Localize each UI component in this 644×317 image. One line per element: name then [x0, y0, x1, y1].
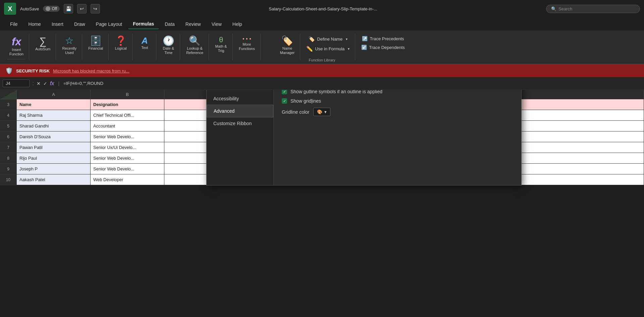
financial-icon: 🗄️	[90, 36, 102, 46]
text-label: Text	[141, 46, 148, 50]
autosum-button[interactable]: ∑ AutoSum	[33, 35, 52, 53]
ribbon-group-define: 🏷️ Define Name ▾ ✏️ Use in Formula ▾	[301, 34, 355, 60]
recently-used-icon: ☆	[65, 36, 73, 46]
formula-input[interactable]: =IF(H4=0,"",ROUND	[63, 81, 641, 86]
use-in-formula-button[interactable]: ✏️ Use in Formula ▾	[304, 45, 352, 53]
menu-review[interactable]: Review	[181, 19, 206, 29]
more-icon: • • •	[243, 36, 251, 42]
autosum-label: AutoSum	[35, 47, 50, 51]
lookup-button[interactable]: 🔍 Lookup & Reference	[184, 35, 205, 56]
menu-insert[interactable]: Insert	[47, 19, 68, 29]
menu-data[interactable]: Data	[160, 19, 179, 29]
nav-customize-ribbon[interactable]: Customize Ribbon	[207, 117, 273, 129]
formula-fx-icon[interactable]: fx	[50, 81, 54, 87]
menu-bar: File Home Insert Draw Page Layout Formul…	[0, 17, 644, 31]
ribbon: fx Insert Function ∑ AutoSum ☆ Recently …	[0, 31, 644, 64]
option-row-outline: ✓ Show outline symbols if an outline is …	[282, 90, 513, 94]
menu-file[interactable]: File	[5, 19, 22, 29]
logical-button[interactable]: ❓ Logical	[113, 35, 129, 52]
menu-help[interactable]: Help	[228, 19, 247, 29]
search-box[interactable]: 🔍 Search	[546, 5, 640, 13]
autosave-toggle[interactable]: Off	[43, 6, 60, 12]
more-functions-button[interactable]: • • • More Functions	[237, 35, 257, 52]
define-name-button[interactable]: 🏷️ Define Name ▾	[306, 35, 350, 43]
excel-logo: X	[4, 3, 16, 15]
ribbon-group-logical: ❓ Logical	[109, 34, 132, 60]
nav-accessibility[interactable]: Accessibility	[207, 93, 273, 105]
gridline-color-row: Gridline color 🎨 ▾	[282, 108, 513, 116]
excel-options-overlay: Excel Options General Formulas Data Proo…	[0, 90, 644, 317]
menu-formulas[interactable]: Formulas	[128, 19, 159, 29]
ribbon-group-name-manager: 🏷️ Name Manager	[275, 34, 300, 60]
formula-separator: :	[32, 80, 34, 87]
nav-advanced[interactable]: Advanced	[207, 105, 273, 117]
color-swatch-icon: 🎨	[317, 109, 322, 114]
ribbon-group-financial: 🗄️ Financial	[83, 34, 109, 60]
ribbon-group-label	[7, 59, 25, 60]
trace-precedents-button[interactable]: ↗️ Trace Precedents	[360, 35, 406, 42]
color-chevron-icon: ▾	[324, 109, 327, 114]
use-in-formula-chevron: ▾	[348, 47, 350, 51]
ribbon-group-text: A Text	[133, 34, 156, 60]
recently-used-button[interactable]: ☆ Recently Used	[60, 35, 78, 56]
undo-button[interactable]: ↩	[77, 4, 87, 13]
security-bar: 🛡️ SECURITY RISK Microsoft has blocked m…	[0, 64, 644, 77]
option-label-gridlines: Show gridlines	[290, 98, 321, 104]
lookup-icon: 🔍	[189, 36, 201, 46]
gridline-color-button[interactable]: 🎨 ▾	[313, 108, 330, 116]
function-library-label: Function Library	[309, 57, 335, 62]
panel-content: Display options for this worksheet: ▣ Da…	[274, 90, 521, 185]
search-icon: 🔍	[551, 6, 556, 11]
checkbox-outline[interactable]: ✓	[282, 90, 287, 94]
ribbon-group-recently-used: ☆ Recently Used	[57, 34, 82, 60]
ribbon-group-autosum: ∑ AutoSum	[30, 34, 56, 60]
redo-button[interactable]: ↪	[91, 4, 100, 13]
ribbon-group-trace: ↗️ Trace Precedents ↙️ Trace Dependents	[356, 34, 410, 60]
menu-home[interactable]: Home	[24, 19, 46, 29]
autosum-icon: ∑	[39, 36, 46, 46]
financial-button[interactable]: 🗄️ Financial	[86, 35, 105, 52]
math-button[interactable]: θ Math & Trig	[213, 35, 229, 54]
trace-dependents-button[interactable]: ↙️ Trace Dependents	[359, 44, 407, 51]
trace-precedents-icon: ↗️	[362, 36, 368, 41]
trace-dependents-icon: ↙️	[361, 45, 367, 50]
recently-used-label: Recently Used	[62, 46, 76, 55]
option-label-outline: Show outline symbols if an outline is ap…	[290, 90, 382, 94]
gridline-color-label: Gridline color	[282, 109, 309, 115]
menu-view[interactable]: View	[207, 19, 226, 29]
define-name-icon: 🏷️	[308, 36, 315, 42]
logical-icon: ❓	[115, 36, 127, 46]
checkbox-gridlines[interactable]: ✓	[282, 98, 287, 104]
math-label: Math & Trig	[215, 44, 227, 53]
excel-options-panel: Excel Options General Formulas Data Proo…	[206, 90, 522, 186]
date-icon: 🕐	[163, 36, 174, 46]
insert-function-button[interactable]: fx Insert Function	[7, 35, 25, 58]
ribbon-group-date: 🕐 Date & Time	[157, 34, 180, 60]
menu-page-layout[interactable]: Page Layout	[91, 19, 127, 29]
panel-body: General Formulas Data Proofing Save Lang…	[207, 90, 521, 185]
panel-nav: General Formulas Data Proofing Save Lang…	[207, 90, 274, 185]
financial-label: Financial	[88, 46, 103, 51]
text-button[interactable]: A Text	[137, 35, 153, 51]
ribbon-group-more: • • • More Functions	[233, 34, 261, 60]
date-button[interactable]: 🕐 Date & Time	[160, 35, 176, 56]
autosave-label: AutoSave	[20, 6, 39, 11]
name-manager-icon: 🏷️	[281, 36, 293, 46]
menu-draw[interactable]: Draw	[69, 19, 90, 29]
text-icon: A	[142, 36, 148, 45]
formula-cross-icon[interactable]: ✕	[37, 81, 41, 86]
security-message[interactable]: Microsoft has blocked macros from ru...	[53, 68, 129, 73]
spreadsheet: A B 3 Name Designation 4 Raj Sharma Chie…	[0, 90, 644, 317]
title-bar: X AutoSave Off 💾 ↩ ↪ Salary-Calculation-…	[0, 0, 644, 17]
option-row-gridlines: ✓ Show gridlines	[282, 98, 513, 104]
nav-language[interactable]: Language	[207, 90, 273, 93]
security-risk-label: SECURITY RISK	[16, 68, 50, 73]
formula-check-icon[interactable]: ✓	[43, 81, 47, 86]
name-manager-button[interactable]: 🏷️ Name Manager	[278, 35, 297, 56]
cell-reference[interactable]: J4	[3, 80, 30, 87]
math-icon: θ	[219, 36, 223, 44]
more-label: More Functions	[239, 42, 255, 51]
save-button[interactable]: 💾	[64, 4, 73, 13]
lookup-label: Lookup & Reference	[186, 46, 203, 55]
ribbon-group-math: θ Math & Trig	[210, 34, 233, 60]
